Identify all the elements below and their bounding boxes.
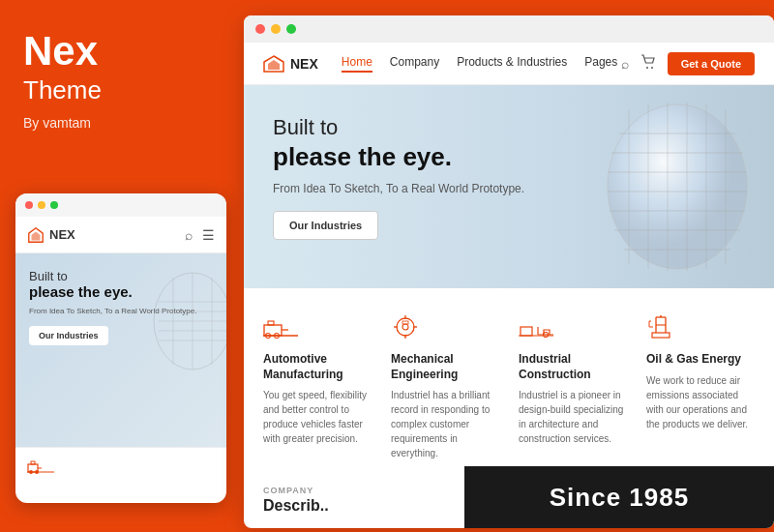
mobile-nav: NEX ⌕ ☰ [15, 217, 226, 253]
svg-point-21 [608, 104, 747, 269]
svg-rect-48 [521, 327, 532, 336]
industry-card-oil: Oil & Gas Energy We work to reduce air e… [646, 311, 755, 460]
mobile-cta-button[interactable]: Our Industries [29, 326, 108, 345]
mobile-search-icon[interactable]: ⌕ [185, 227, 193, 243]
desktop-mockup: NEX Home Company Products & Industries P… [244, 15, 774, 528]
desktop-cart-button[interactable] [640, 54, 656, 73]
automotive-icon [263, 311, 372, 342]
svg-point-42 [402, 324, 408, 330]
since-section: Since 1985 [464, 466, 774, 528]
nav-link-products[interactable]: Products & Industries [457, 55, 567, 73]
oil-desc: We work to reduce air emissions associat… [646, 373, 755, 431]
oil-icon [646, 311, 755, 342]
desktop-dot-maximize [286, 24, 296, 34]
desktop-nav-links: Home Company Products & Industries Pages [342, 55, 621, 73]
nav-link-company[interactable]: Company [390, 55, 439, 73]
desktop-search-button[interactable]: ⌕ [621, 56, 629, 72]
desktop-nav: NEX Home Company Products & Industries P… [244, 43, 774, 85]
mobile-logo-icon [27, 226, 45, 244]
svg-point-16 [35, 470, 39, 474]
nav-link-home[interactable]: Home [342, 55, 372, 73]
mobile-hero: Built to please the eye. From Idea To Sk… [15, 253, 226, 447]
svg-point-19 [646, 67, 648, 69]
svg-marker-18 [268, 60, 280, 70]
construction-icon [519, 311, 627, 342]
mobile-bottom-strip [15, 447, 226, 486]
mobile-industry-icon [27, 457, 54, 478]
mechanical-title: Mechanical Engineering [391, 352, 499, 382]
mobile-menu-icon[interactable]: ☰ [202, 227, 215, 243]
desktop-logo-icon [263, 55, 284, 73]
nav-link-pages[interactable]: Pages [584, 55, 617, 73]
mobile-nav-icons: ⌕ ☰ [185, 227, 215, 243]
svg-point-15 [29, 470, 33, 474]
mobile-dot-maximize [50, 201, 58, 209]
mobile-dot-minimize [38, 201, 45, 209]
mechanical-icon [391, 311, 499, 342]
industry-card-automotive: Automotive Manufacturing You get speed, … [263, 311, 372, 460]
svg-point-20 [651, 67, 653, 69]
mobile-top-bar [15, 193, 226, 217]
industry-card-construction: Industrial Construction Industriel is a … [519, 311, 627, 460]
automotive-desc: You get speed, flexibility and better co… [263, 388, 372, 446]
svg-marker-1 [32, 231, 41, 240]
desktop-hero: Built to please the eye. From Idea To Sk… [244, 85, 774, 288]
automotive-title: Automotive Manufacturing [263, 352, 372, 382]
desktop-cta-button[interactable]: Our Industries [273, 211, 378, 240]
mobile-dot-close [25, 201, 33, 209]
desktop-dot-close [255, 24, 265, 34]
mobile-mockup: NEX ⌕ ☰ Built to please the eye. From Id… [15, 193, 226, 503]
desktop-dot-minimize [271, 24, 281, 34]
theme-title: Nex Theme By vamtam [23, 29, 209, 131]
desktop-top-bar [244, 15, 774, 43]
construction-title: Industrial Construction [519, 352, 627, 382]
desktop-nav-right: ⌕ Get a Quote [621, 52, 755, 75]
industry-card-mechanical: Mechanical Engineering Industriel has a … [391, 311, 499, 460]
svg-rect-12 [31, 461, 35, 464]
desktop-nav-logo: NEX [263, 55, 318, 73]
oil-title: Oil & Gas Energy [646, 352, 755, 368]
mobile-logo: NEX [27, 226, 75, 244]
construction-desc: Industriel is a pioneer in design-build … [519, 388, 627, 446]
mechanical-desc: Industriel has a brilliant record in res… [391, 388, 499, 460]
mobile-hero-3d-icon [149, 263, 226, 379]
desktop-quote-button[interactable]: Get a Quote [668, 52, 755, 75]
industries-section: Automotive Manufacturing You get speed, … [244, 288, 774, 476]
svg-rect-57 [652, 333, 670, 338]
hero-3d-object [600, 95, 755, 279]
